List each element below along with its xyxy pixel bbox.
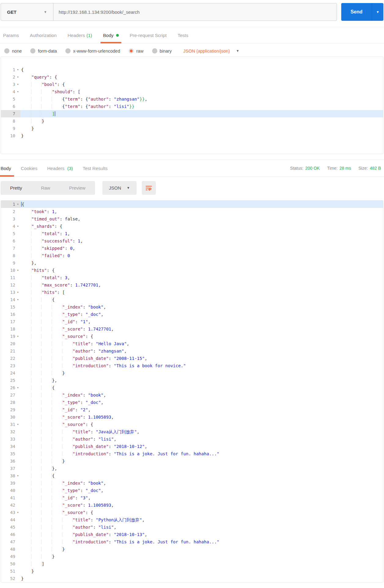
code-line[interactable]: 35 "introduction": "This is a joke. Just… xyxy=(1,450,383,457)
tab-body[interactable]: Body xyxy=(103,27,119,43)
code-line[interactable]: 46 "publish_date": "2018-10-13", xyxy=(1,531,383,538)
tab-params[interactable]: Params xyxy=(3,27,19,43)
code-line[interactable]: 44 "title": "Python从入门到放弃", xyxy=(1,516,383,523)
view-preview[interactable]: Preview xyxy=(60,185,95,190)
code-line[interactable]: 24 } xyxy=(1,369,383,377)
radio-binary[interactable]: binary xyxy=(152,48,172,54)
code-line[interactable]: 42 "_score": 1.1005893, xyxy=(1,501,383,509)
fold-toggle-icon[interactable]: ▾ xyxy=(15,267,20,274)
code-line[interactable]: 39 "_index": "book", xyxy=(1,479,383,487)
code-line[interactable]: 51 } xyxy=(1,568,383,575)
code-line[interactable]: 2 "took": 1, xyxy=(1,208,383,215)
tab-pre-request-script[interactable]: Pre-request Script xyxy=(130,27,167,43)
code-line[interactable]: 7 ] xyxy=(1,110,383,117)
radio-form-data[interactable]: form-data xyxy=(30,48,57,54)
code-line[interactable]: 37 }, xyxy=(1,465,383,472)
code-line[interactable]: 20 "title": "Hello Java", xyxy=(1,340,383,347)
code-line[interactable]: 29 "_id": "2", xyxy=(1,406,383,413)
code-line[interactable]: 43▾ "_source": { xyxy=(1,509,383,516)
code-line[interactable]: 34 "publish_date": "2018-10-12", xyxy=(1,443,383,450)
response-tab-cookies[interactable]: Cookies xyxy=(21,160,37,176)
code-line[interactable]: 50 ] xyxy=(1,560,383,568)
code-line[interactable]: 52} xyxy=(1,575,383,582)
code-line[interactable]: 2▾ "query": { xyxy=(1,73,383,81)
method-selector[interactable]: GET ▼ xyxy=(1,3,53,20)
code-line[interactable]: 6 {"term": {"author": "lisi"}} xyxy=(1,103,383,110)
response-tab-headers[interactable]: Headers (3) xyxy=(47,160,73,176)
code-line[interactable]: 28 "_type": "_doc", xyxy=(1,399,383,406)
radio-x-www-form-urlencoded[interactable]: x-www-form-urlencoded xyxy=(65,48,120,54)
code-line[interactable]: 11 "total": 3, xyxy=(1,274,383,281)
send-options-button[interactable]: ▼ xyxy=(372,3,383,21)
code-line[interactable]: 30 "_score": 1.1005893, xyxy=(1,413,383,421)
code-line[interactable]: 7 "skipped": 0, xyxy=(1,245,383,252)
fold-toggle-icon[interactable]: ▾ xyxy=(15,333,20,340)
fold-toggle-icon[interactable]: ▾ xyxy=(15,296,20,303)
code-line[interactable]: 36 } xyxy=(1,457,383,465)
code-line[interactable]: 10} xyxy=(1,132,383,139)
response-body-editor[interactable]: 1▾{2 "took": 1,3 "timed_out": false,4▾ "… xyxy=(1,200,383,582)
code-line[interactable]: 41 "_id": "3", xyxy=(1,494,383,501)
code-line[interactable]: 4▾ "should": [ xyxy=(1,88,383,95)
code-line[interactable]: 8 } xyxy=(1,117,383,125)
fold-toggle-icon[interactable]: ▾ xyxy=(15,289,20,296)
code-line[interactable]: 48 } xyxy=(1,545,383,553)
fold-toggle-icon[interactable]: ▾ xyxy=(15,223,20,230)
send-button[interactable]: Send xyxy=(341,3,372,21)
code-line[interactable]: 17 "_id": "1", xyxy=(1,318,383,325)
code-line[interactable]: 23 "introduction": "This is a book for n… xyxy=(1,362,383,369)
code-line[interactable]: 8 "failed": 0 xyxy=(1,252,383,259)
code-line[interactable]: 10▾ "hits": { xyxy=(1,267,383,274)
fold-toggle-icon[interactable]: ▾ xyxy=(15,421,20,428)
code-line[interactable]: 47 "introduction": "This is a joke. Just… xyxy=(1,538,383,545)
code-line[interactable]: 32 "title": "Java从入门到放弃", xyxy=(1,428,383,435)
code-line[interactable]: 15 "_index": "book", xyxy=(1,303,383,311)
code-line[interactable]: 49 } xyxy=(1,553,383,560)
fold-toggle-icon[interactable]: ▾ xyxy=(15,472,20,479)
code-line[interactable]: 9 }, xyxy=(1,259,383,267)
code-line[interactable]: 21 "author": "zhangsan", xyxy=(1,347,383,355)
code-line[interactable]: 16 "_type": "_doc", xyxy=(1,311,383,318)
radio-none[interactable]: none xyxy=(4,48,22,54)
fold-toggle-icon[interactable]: ▾ xyxy=(15,384,20,391)
tab-headers[interactable]: Headers(1) xyxy=(68,27,92,43)
code-line[interactable]: 12 "max_score": 1.7427701, xyxy=(1,281,383,289)
code-line[interactable]: 40 "_type": "_doc", xyxy=(1,487,383,494)
view-pretty[interactable]: Pretty xyxy=(1,185,31,190)
code-line[interactable]: 27 "_index": "book", xyxy=(1,391,383,399)
code-line[interactable]: 45 "author": "lisi", xyxy=(1,523,383,531)
code-line[interactable]: 1▾{ xyxy=(1,66,383,73)
code-line[interactable]: 31▾ "_source": { xyxy=(1,421,383,428)
code-line[interactable]: 5 {"term": {"author": "zhangsan"}}, xyxy=(1,95,383,103)
code-line[interactable]: 3▾ "bool": { xyxy=(1,81,383,88)
tab-tests[interactable]: Tests xyxy=(177,27,188,43)
code-line[interactable]: 25 }, xyxy=(1,377,383,384)
fold-toggle-icon[interactable]: ▾ xyxy=(15,201,20,208)
fold-toggle-icon[interactable]: ▾ xyxy=(15,509,20,516)
fold-toggle-icon[interactable]: ▾ xyxy=(15,73,20,81)
response-tab-body[interactable]: Body xyxy=(1,160,11,176)
code-line[interactable]: 13▾ "hits": [ xyxy=(1,289,383,296)
code-line[interactable]: 33 "author": "lisi", xyxy=(1,435,383,443)
url-input[interactable]: http://192.168.1.134:9200/book/_search xyxy=(53,3,337,20)
code-line[interactable]: 14▾ { xyxy=(1,296,383,303)
code-line[interactable]: 26▾ { xyxy=(1,384,383,391)
content-type-selector[interactable]: JSON (application/json) ▼ xyxy=(183,49,239,54)
fold-toggle-icon[interactable]: ▾ xyxy=(15,66,20,73)
view-raw[interactable]: Raw xyxy=(31,185,60,190)
tab-authorization[interactable]: Authorization xyxy=(30,27,57,43)
wrap-lines-button[interactable] xyxy=(142,181,156,195)
code-line[interactable]: 9 } xyxy=(1,125,383,132)
response-language-selector[interactable]: JSON ▼ xyxy=(102,181,137,195)
radio-raw[interactable]: raw xyxy=(129,48,143,54)
code-line[interactable]: 18 "_score": 1.7427701, xyxy=(1,325,383,333)
code-line[interactable]: 6 "successful": 1, xyxy=(1,237,383,245)
fold-toggle-icon[interactable]: ▾ xyxy=(15,88,20,95)
code-line[interactable]: 4▾ "_shards": { xyxy=(1,223,383,230)
code-line[interactable]: 3 "timed_out": false, xyxy=(1,215,383,223)
code-line[interactable]: 38▾ { xyxy=(1,472,383,479)
fold-toggle-icon[interactable]: ▾ xyxy=(15,81,20,88)
request-body-editor[interactable]: 1▾{2▾ "query": {3▾ "bool": {4▾ "should":… xyxy=(1,57,383,154)
response-tab-test-results[interactable]: Test Results xyxy=(83,160,108,176)
code-line[interactable]: 22 "publish_date": "2008-11-15", xyxy=(1,355,383,362)
